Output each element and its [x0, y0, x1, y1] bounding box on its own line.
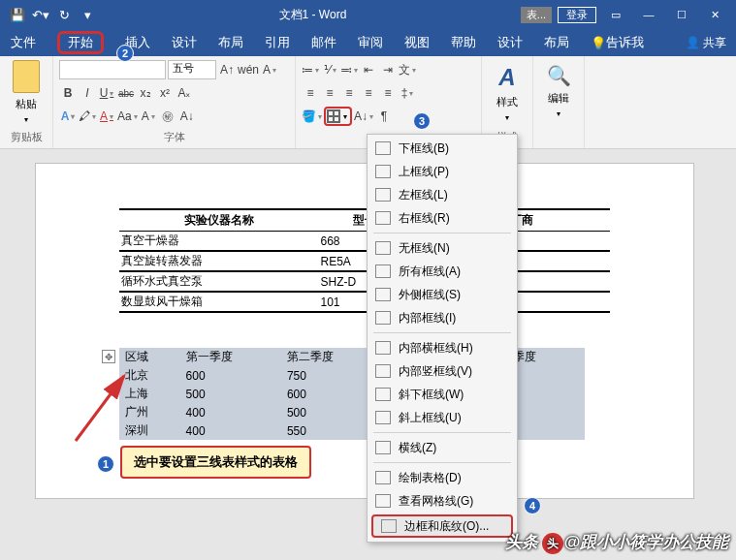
- border-type-icon: [375, 165, 391, 178]
- document-title: 文档1 - Word: [105, 7, 521, 23]
- superscript-button[interactable]: x²: [156, 83, 174, 103]
- align-center-icon[interactable]: ≡: [321, 83, 338, 103]
- tab-references[interactable]: 引用: [254, 29, 301, 56]
- tab-design[interactable]: 设计: [161, 29, 208, 56]
- char-shading-icon[interactable]: A: [140, 107, 157, 126]
- tab-help[interactable]: 帮助: [440, 29, 487, 56]
- tab-view[interactable]: 视图: [394, 29, 440, 56]
- redo-icon[interactable]: ↻: [54, 5, 74, 24]
- sort-icon[interactable]: A↓: [354, 107, 373, 126]
- change-case-icon[interactable]: Aa: [117, 107, 138, 126]
- save-icon[interactable]: 💾: [8, 5, 27, 24]
- strike-button[interactable]: abc: [117, 83, 135, 103]
- multilevel-icon[interactable]: ≕: [340, 60, 358, 79]
- underline-button[interactable]: U: [98, 83, 115, 103]
- border-menu-item[interactable]: 查看网格线(G): [368, 489, 517, 513]
- border-menu-item[interactable]: 内部框线(I): [368, 306, 517, 329]
- bullets-icon[interactable]: ≔: [302, 60, 319, 79]
- numbering-icon[interactable]: ⅟: [321, 60, 338, 79]
- shrink-font-icon[interactable]: A↓: [178, 107, 196, 126]
- enclosed-char-icon[interactable]: ㊙: [159, 107, 176, 126]
- borders-button[interactable]: ▾: [324, 107, 352, 126]
- border-type-icon: [375, 411, 391, 424]
- border-menu-item[interactable]: 下框线(B): [368, 137, 517, 160]
- asian-layout-icon[interactable]: 文: [399, 60, 416, 79]
- styles-button[interactable]: A 样式▾: [488, 60, 527, 130]
- tab-mailings[interactable]: 邮件: [301, 29, 347, 56]
- ribbon-tabs: 文件 开始 插入 设计 布局 引用 邮件 审阅 视图 帮助 设计 布局 💡 告诉…: [0, 29, 736, 56]
- table-cell[interactable]: 真空旋转蒸发器: [119, 251, 319, 271]
- subscript-button[interactable]: x₂: [137, 83, 154, 103]
- border-menu-item[interactable]: 横线(Z): [368, 436, 517, 459]
- table-cell[interactable]: 真空干燥器: [119, 232, 319, 252]
- align-right-icon[interactable]: ≡: [340, 83, 358, 103]
- border-menu-item[interactable]: 外侧框线(S): [368, 283, 517, 306]
- minimize-icon[interactable]: ―: [635, 5, 662, 24]
- table-cell[interactable]: 400: [180, 403, 281, 421]
- tab-file[interactable]: 文件: [0, 29, 47, 56]
- maximize-icon[interactable]: ☐: [668, 5, 695, 24]
- border-type-icon: [375, 188, 391, 202]
- paste-button[interactable]: 粘贴▾: [6, 60, 47, 130]
- border-type-icon: [375, 441, 391, 454]
- border-menu-item[interactable]: 边框和底纹(O)...: [371, 514, 513, 538]
- highlight-icon[interactable]: 🖍: [79, 107, 96, 126]
- menu-separator: [373, 462, 511, 463]
- justify-icon[interactable]: ≡: [360, 83, 377, 103]
- border-menu-item[interactable]: 斜上框线(U): [368, 406, 517, 429]
- border-type-icon: [375, 141, 391, 155]
- close-icon[interactable]: ✕: [701, 5, 728, 24]
- qat-customize-icon[interactable]: ▾: [78, 5, 97, 24]
- annotation-badge-4: 4: [524, 497, 541, 514]
- table-cell[interactable]: 循环水式真空泵: [119, 271, 319, 292]
- clipboard-icon: [13, 60, 40, 93]
- border-menu-item[interactable]: 上框线(P): [368, 160, 517, 183]
- border-menu-item[interactable]: 斜下框线(W): [368, 383, 517, 406]
- ribbon-options-icon[interactable]: ▭: [602, 5, 629, 24]
- bold-button[interactable]: B: [59, 83, 77, 103]
- grow-font-icon[interactable]: A↑: [218, 60, 236, 79]
- phonetic-icon[interactable]: wén: [238, 60, 259, 79]
- table-cell[interactable]: 500: [180, 385, 281, 403]
- tab-home[interactable]: 开始: [47, 29, 114, 56]
- border-menu-item[interactable]: 绘制表格(D): [368, 466, 517, 489]
- shading-icon[interactable]: 🪣: [302, 107, 322, 126]
- table-cell[interactable]: 400: [180, 421, 281, 440]
- titlebar: 💾 ↶▾ ↻ ▾ 文档1 - Word 表... 登录 ▭ ― ☐ ✕: [0, 0, 736, 29]
- find-icon: 🔍: [547, 64, 571, 87]
- borders-dropdown: 下框线(B)上框线(P)左框线(L)右框线(R)无框线(N)所有框线(A)外侧框…: [367, 134, 518, 543]
- undo-icon[interactable]: ↶▾: [31, 5, 50, 24]
- font-family-select[interactable]: [59, 60, 166, 79]
- editing-button[interactable]: 🔍 编辑▾: [539, 60, 578, 130]
- table-cell[interactable]: 数显鼓风干燥箱: [119, 292, 319, 312]
- clear-format-icon[interactable]: Aₓ: [176, 83, 193, 103]
- share-button[interactable]: 👤 共享: [686, 35, 726, 51]
- border-menu-item[interactable]: 内部横框线(H): [368, 336, 517, 359]
- border-menu-item[interactable]: 内部竖框线(V): [368, 359, 517, 383]
- tab-review[interactable]: 审阅: [347, 29, 394, 56]
- align-left-icon[interactable]: ≡: [302, 83, 319, 103]
- border-type-icon: [375, 388, 391, 401]
- tab-tellme[interactable]: 💡 告诉我: [580, 29, 655, 56]
- line-spacing-icon[interactable]: ‡: [399, 83, 416, 103]
- decrease-indent-icon[interactable]: ⇤: [360, 60, 377, 79]
- three-line-table[interactable]: 实验仪器名称型号生产厂商真空干燥器668器设备有限公司真空旋转蒸发器RE5A生化…: [119, 208, 610, 313]
- italic-button[interactable]: I: [79, 83, 96, 103]
- border-menu-item[interactable]: 右框线(R): [368, 206, 517, 230]
- tab-table-design[interactable]: 设计: [487, 29, 533, 56]
- increase-indent-icon[interactable]: ⇥: [379, 60, 397, 79]
- char-border-icon[interactable]: A: [261, 60, 278, 79]
- login-button[interactable]: 登录: [558, 7, 596, 23]
- text-effects-icon[interactable]: A: [59, 107, 77, 126]
- tab-layout[interactable]: 布局: [208, 29, 254, 56]
- show-marks-icon[interactable]: ¶: [375, 107, 393, 126]
- tab-table-layout[interactable]: 布局: [533, 29, 580, 56]
- table-cell[interactable]: 600: [180, 366, 281, 385]
- border-menu-item[interactable]: 无框线(N): [368, 236, 517, 260]
- font-size-select[interactable]: 五号: [168, 60, 216, 79]
- distribute-icon[interactable]: ≡: [379, 83, 397, 103]
- font-color-icon[interactable]: A: [98, 107, 115, 126]
- table-move-handle[interactable]: ✥: [102, 350, 115, 363]
- border-menu-item[interactable]: 所有框线(A): [368, 260, 517, 283]
- border-menu-item[interactable]: 左框线(L): [368, 183, 517, 206]
